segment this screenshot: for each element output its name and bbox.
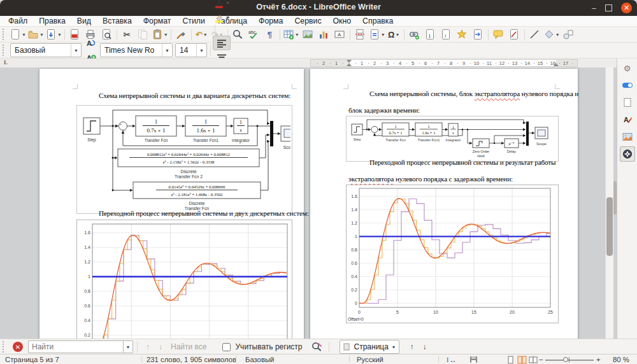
clone-formatting-icon[interactable] [173, 27, 189, 42]
print-preview-icon[interactable] [99, 27, 115, 42]
insert-textbox-icon[interactable]: A [332, 27, 348, 42]
dropdown-arrow-icon[interactable]: ▼ [295, 32, 299, 37]
open-icon[interactable]: ▼ [27, 27, 45, 42]
chevron-down-icon[interactable]: ▼ [389, 340, 399, 353]
insert-bookmark-icon[interactable] [454, 27, 470, 42]
document-area[interactable]: Схема непрерывной системы и два варианта… [0, 67, 605, 339]
document-modified-icon[interactable] [469, 356, 478, 364]
paragraph-style-combobox[interactable]: Базовый ▼ [10, 43, 82, 57]
title-bar[interactable]: Отчёт 6.docx - LibreOffice Writer – ✕ [0, 0, 637, 16]
dropdown-arrow-icon[interactable]: ▼ [395, 32, 399, 37]
styles-deck-icon[interactable]: A [620, 112, 635, 127]
vertical-scrollbar[interactable] [605, 67, 613, 339]
menu-item-2[interactable]: Вид [71, 16, 97, 26]
close-find-bar-icon[interactable]: ✕ [13, 342, 23, 352]
copy-icon[interactable] [135, 27, 151, 42]
left-indent-marker[interactable] [347, 63, 352, 66]
font-name-combobox[interactable]: Times New Ro ▼ [100, 43, 173, 57]
horizontal-ruler[interactable]: L 211234567891011121314151617 [0, 59, 637, 68]
scrollbar-thumb[interactable] [606, 197, 613, 256]
find-previous-icon[interactable]: ↑ [141, 342, 154, 351]
chevron-down-icon[interactable]: ▼ [71, 44, 81, 57]
properties-deck-icon[interactable] [620, 78, 635, 93]
basic-shapes-icon[interactable]: ▼ [543, 27, 561, 42]
insert-chart-icon[interactable] [316, 27, 332, 42]
show-draw-functions-icon[interactable] [561, 27, 576, 42]
chevron-down-icon[interactable]: ▼ [162, 44, 172, 57]
menu-item-0[interactable]: Файл [3, 16, 33, 26]
toolbar-grip[interactable] [3, 45, 6, 56]
insert-footnote-icon[interactable]: 1 [422, 27, 438, 42]
page-deck-icon[interactable] [620, 95, 635, 110]
single-page-view-icon[interactable] [506, 356, 515, 364]
track-changes-icon[interactable] [506, 27, 522, 42]
export-pdf-icon[interactable] [67, 27, 83, 42]
page-number-status[interactable]: Страница 5 из 7 [5, 356, 59, 363]
tab-stop-selector[interactable]: L [4, 59, 8, 66]
menu-item-5[interactable]: Стили [176, 16, 210, 26]
paragraph-heading[interactable]: Схема непрерывной системы и два варианта… [78, 87, 293, 104]
zoom-slider[interactable] [545, 360, 594, 361]
paragraph-heading[interactable]: Схема непрерывной системы, блок экстрапо… [348, 85, 554, 118]
insert-page-break-icon[interactable] [352, 27, 368, 42]
insert-image-icon[interactable] [300, 27, 316, 42]
dropdown-arrow-icon[interactable]: ▼ [225, 1, 230, 5]
menu-item-8[interactable]: Сервис [289, 16, 327, 26]
right-indent-marker[interactable] [554, 63, 559, 66]
new-document-icon[interactable]: ▼ [9, 27, 27, 42]
multi-page-view-icon[interactable] [517, 356, 527, 364]
page-style-status[interactable]: Базовый [245, 356, 274, 363]
spelling-icon[interactable]: abc [246, 27, 262, 42]
sidebar-settings-icon[interactable]: ⚙ [620, 60, 635, 76]
navigate-previous-icon[interactable]: ↑ [406, 342, 419, 351]
step-response-chart-zoh-delay[interactable]: 00.20.40.60.811.21.41.60510152025Offset=… [346, 185, 559, 323]
insert-line-icon[interactable] [527, 27, 543, 42]
dropdown-arrow-icon[interactable]: ▼ [22, 32, 26, 37]
dropdown-arrow-icon[interactable]: ▼ [203, 32, 208, 37]
language-status[interactable]: Русский [357, 356, 383, 363]
navigator-deck-icon[interactable] [620, 146, 635, 162]
insert-special-character-icon[interactable]: Ω▼ [386, 27, 402, 42]
document-page-5[interactable]: Схема непрерывной системы и два варианта… [39, 69, 304, 339]
save-icon[interactable]: ▼ [45, 27, 62, 42]
insert-hyperlink-icon[interactable] [406, 27, 422, 42]
menu-item-4[interactable]: Формат [138, 16, 177, 26]
menu-item-7[interactable]: Форма [253, 16, 289, 26]
chevron-down-icon[interactable]: ▼ [196, 44, 206, 57]
menu-item-1[interactable]: Правка [33, 16, 71, 26]
find-next-icon[interactable]: ↓ [154, 342, 167, 351]
menu-item-9[interactable]: Окно [327, 16, 357, 26]
step-response-chart-two-discrete[interactable]: 00.20.40.60.811.21.41.60510152025 [76, 220, 292, 339]
insert-comment-icon[interactable] [490, 27, 506, 42]
selection-mode-icon[interactable]: I [446, 356, 457, 364]
find-and-replace-icon[interactable] [309, 340, 325, 354]
close-icon[interactable]: ✕ [621, 3, 632, 13]
dropdown-arrow-icon[interactable]: ▼ [39, 32, 44, 37]
find-replace-icon[interactable] [230, 27, 246, 42]
match-case-option[interactable]: Учитывать регистр [220, 341, 303, 353]
dropdown-arrow-icon[interactable]: ▼ [164, 32, 168, 37]
undo-icon[interactable]: ↶▼ [194, 27, 210, 42]
minimize-icon[interactable]: – [592, 3, 596, 13]
navigate-next-icon[interactable]: ↓ [419, 342, 431, 351]
find-all-button[interactable]: Найти все [167, 342, 211, 351]
zoom-level[interactable]: 80 % [613, 356, 629, 363]
zoom-in-icon[interactable]: + [596, 356, 601, 363]
ruler-active-strip[interactable]: 211234567891011121314151617 [310, 59, 578, 67]
formatting-marks-icon[interactable]: ¶ [262, 27, 278, 42]
search-input[interactable] [28, 340, 123, 353]
match-case-checkbox[interactable] [222, 343, 231, 351]
dropdown-arrow-icon[interactable]: ▼ [57, 32, 62, 37]
font-size-combobox[interactable]: 14 ▼ [175, 43, 207, 57]
paste-icon[interactable]: ▼ [151, 27, 169, 42]
document-page-6[interactable]: Схема непрерывной системы, блок экстрапо… [310, 69, 578, 339]
paragraph-heading[interactable]: Переходной процесс непрерывной системы и… [348, 154, 554, 187]
dropdown-arrow-icon[interactable]: ▼ [225, 15, 230, 20]
dropdown-arrow-icon[interactable]: ▼ [381, 32, 385, 37]
update-style-icon[interactable]: A [83, 36, 99, 50]
insert-endnote-icon[interactable]: i [438, 27, 454, 42]
search-history-dropdown-icon[interactable]: ▼ [123, 340, 133, 353]
font-color-icon[interactable]: A▼ [213, 0, 231, 10]
maximize-icon[interactable] [605, 4, 612, 11]
toolbar-grip[interactable] [3, 29, 6, 40]
